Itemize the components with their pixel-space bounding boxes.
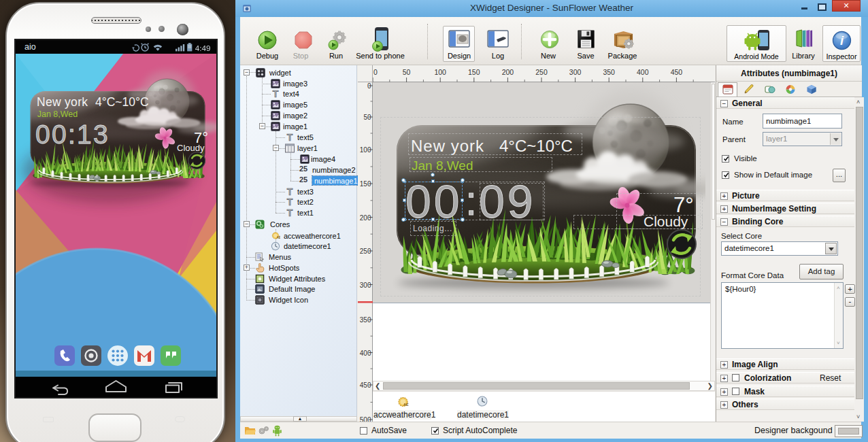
svg-text:450: 450 xyxy=(671,68,683,76)
svg-text:350: 350 xyxy=(603,68,615,76)
svg-text:4°C~10°C: 4°C~10°C xyxy=(95,95,149,109)
svg-text:0: 0 xyxy=(367,82,371,90)
svg-text:350: 350 xyxy=(360,316,371,324)
svg-text:0: 0 xyxy=(373,68,378,76)
svg-text:50: 50 xyxy=(403,68,411,76)
svg-text:T: T xyxy=(287,208,293,218)
svg-text:400: 400 xyxy=(637,68,649,76)
svg-text:450: 450 xyxy=(360,381,371,389)
svg-text:100: 100 xyxy=(360,146,371,154)
svg-text:T: T xyxy=(273,89,279,99)
svg-text:Cloudy: Cloudy xyxy=(177,143,205,153)
svg-text:300: 300 xyxy=(360,282,371,289)
svg-text:300: 300 xyxy=(569,68,582,76)
svg-text:4:49: 4:49 xyxy=(195,44,211,52)
svg-text:250: 250 xyxy=(535,68,548,76)
svg-text:i: i xyxy=(840,33,844,48)
svg-text:200: 200 xyxy=(502,68,514,76)
svg-text:100: 100 xyxy=(434,68,446,76)
svg-text:T: T xyxy=(287,133,293,142)
svg-text:AE: AE xyxy=(403,403,409,407)
svg-text:150: 150 xyxy=(360,180,371,188)
svg-text:T: T xyxy=(287,197,293,207)
svg-text:New york: New york xyxy=(37,95,88,109)
svg-text:500: 500 xyxy=(360,416,371,422)
svg-text:250: 250 xyxy=(360,248,371,255)
svg-text:00:13: 00:13 xyxy=(35,120,110,149)
svg-text:50: 50 xyxy=(363,114,371,121)
svg-text:400: 400 xyxy=(360,350,371,357)
svg-text:AE: AE xyxy=(276,236,280,239)
svg-text:T: T xyxy=(287,187,293,197)
svg-text:150: 150 xyxy=(468,68,480,76)
svg-text:Jan 8,Wed: Jan 8,Wed xyxy=(37,109,78,119)
svg-text:200: 200 xyxy=(360,214,371,222)
